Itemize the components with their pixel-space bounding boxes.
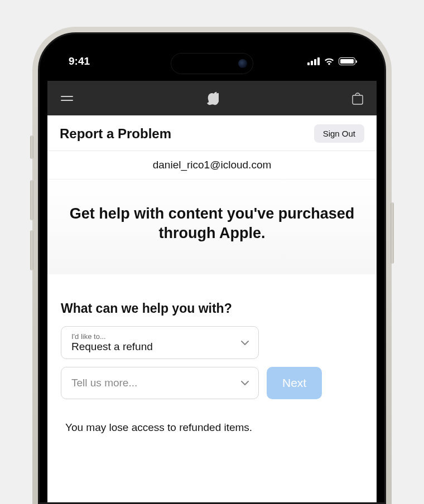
dynamic-island: [171, 53, 253, 74]
reason-select-placeholder: Tell us more...: [71, 377, 137, 389]
power-button: [391, 202, 394, 264]
wifi-icon: [324, 57, 335, 66]
refund-disclaimer: You may lose access to refunded items.: [61, 407, 363, 434]
status-bar: 9:41: [47, 42, 377, 81]
screen: 9:41: [47, 42, 377, 502]
reason-select[interactable]: Tell us more...: [61, 367, 259, 399]
cellular-signal-icon: [307, 57, 320, 65]
page-header: Report a Problem Sign Out: [47, 115, 377, 151]
volume-up-button: [30, 180, 33, 220]
hero-title: Get help with content you've purchased t…: [64, 204, 360, 243]
action-select-label: I'd like to...: [71, 332, 233, 341]
menu-icon[interactable]: [61, 96, 73, 101]
action-select[interactable]: I'd like to... Request a refund: [61, 326, 259, 359]
action-select-value: Request a refund: [71, 341, 233, 353]
device-mockup: 9:41: [0, 0, 424, 504]
help-form: What can we help you with? I'd like to..…: [47, 274, 377, 434]
phone-bezel: 9:41: [38, 32, 386, 504]
battery-icon: [339, 57, 355, 65]
status-time: 9:41: [69, 55, 90, 67]
sign-out-button[interactable]: Sign Out: [314, 124, 364, 143]
volume-down-button: [30, 230, 33, 270]
shopping-bag-icon[interactable]: [352, 92, 363, 104]
next-button[interactable]: Next: [267, 367, 322, 399]
front-camera-icon: [238, 59, 247, 68]
page-title: Report a Problem: [60, 126, 171, 142]
hero: Get help with content you've purchased t…: [47, 180, 377, 274]
status-icons: [307, 57, 355, 66]
phone-frame: 9:41: [32, 27, 392, 504]
side-button: [30, 135, 33, 159]
form-section-title: What can we help you with?: [61, 301, 363, 316]
user-email: daniel_rico1@icloud.com: [47, 151, 377, 180]
page-content: Report a Problem Sign Out daniel_rico1@i…: [47, 115, 377, 502]
chevron-down-icon: [240, 378, 249, 388]
chevron-down-icon: [240, 338, 249, 348]
apple-logo-icon[interactable]: [207, 91, 219, 105]
nav-bar: [47, 81, 377, 115]
